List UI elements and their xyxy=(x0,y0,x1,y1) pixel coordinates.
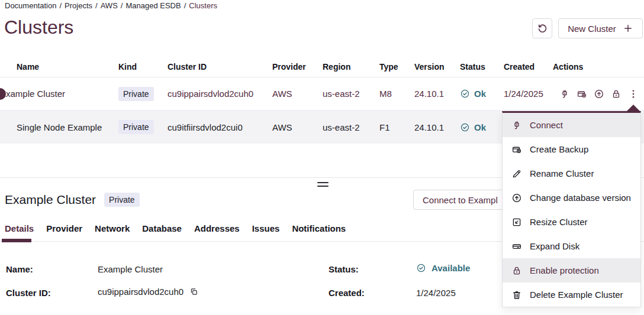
splitter-drag-handle[interactable] xyxy=(317,182,329,187)
status-badge: Ok xyxy=(474,89,486,99)
breadcrumb: Documentation/Projects/AWS/Managed ESDB/… xyxy=(5,1,217,11)
refresh-button[interactable] xyxy=(532,18,552,38)
cell-region: us-east-2 xyxy=(323,122,379,132)
arrow-up-circle-icon[interactable] xyxy=(594,89,604,99)
menu-item-label: Resize Cluster xyxy=(530,217,588,227)
check-circle-icon xyxy=(460,89,470,99)
menu-item-label: Create Backup xyxy=(530,144,588,154)
cell-kind: Private xyxy=(118,87,168,101)
status-text: Available xyxy=(432,263,470,273)
column-header-status: Status xyxy=(460,62,504,72)
cell-region: us-east-2 xyxy=(323,89,379,99)
create-backup-icon[interactable] xyxy=(577,89,587,99)
breadcrumb-separator: / xyxy=(121,1,123,10)
cell-version: 24.10.1 xyxy=(414,89,460,99)
cell-kind: Private xyxy=(118,120,168,134)
breadcrumb-aws[interactable]: AWS xyxy=(101,1,118,10)
resize-icon xyxy=(511,217,522,228)
cluster-id-text: cu9ippairsdvlod2cuh0 xyxy=(98,287,183,297)
disk-icon xyxy=(511,241,522,252)
menu-item-rename-cluster[interactable]: Rename Cluster xyxy=(503,161,640,186)
status-badge: Ok xyxy=(474,122,486,132)
cell-type: F1 xyxy=(379,122,414,132)
breadcrumb-separator: / xyxy=(95,1,98,10)
plug-icon xyxy=(511,120,522,131)
tab-network[interactable]: Network xyxy=(95,223,130,239)
connect-to-cluster-button-label: Connect to Exampl xyxy=(423,195,498,205)
cell-status: Ok xyxy=(460,122,504,132)
kind-badge: Private xyxy=(118,120,154,134)
cell-status: Ok xyxy=(460,89,504,99)
detail-name-value: Example Cluster xyxy=(98,264,163,274)
cell-version: 24.10.1 xyxy=(414,122,460,132)
menu-item-expand-disk[interactable]: Expand Disk xyxy=(503,234,640,258)
breadcrumb-clusters-current: Clusters xyxy=(189,1,217,10)
column-header-name: Name xyxy=(0,62,118,72)
tab-addresses[interactable]: Addresses xyxy=(194,223,240,239)
plus-icon xyxy=(623,23,633,34)
menu-item-resize-cluster[interactable]: Resize Cluster xyxy=(503,210,640,234)
menu-item-create-backup[interactable]: Create Backup xyxy=(503,137,640,161)
breadcrumb-separator: / xyxy=(184,1,186,10)
breadcrumb-projects[interactable]: Projects xyxy=(65,1,92,10)
detail-name-label: Name: xyxy=(6,264,33,274)
menu-item-connect[interactable]: Connect xyxy=(503,113,640,137)
cell-name: Example Cluster xyxy=(0,89,118,99)
page-title: Clusters xyxy=(4,17,73,38)
menu-item-label: Expand Disk xyxy=(530,241,579,251)
breadcrumb-managed-esdb[interactable]: Managed ESDB xyxy=(125,1,181,10)
cell-type: M8 xyxy=(379,89,414,99)
clusters-page: Documentation/Projects/AWS/Managed ESDB/… xyxy=(0,0,644,315)
cell-cluster-id: cu9ippairsdvlod2cuh0 xyxy=(168,89,272,99)
column-header-provider: Provider xyxy=(272,62,323,72)
breadcrumb-documentation[interactable]: Documentation xyxy=(5,1,56,10)
connect-plug-icon[interactable] xyxy=(559,89,570,99)
column-header-region: Region xyxy=(323,62,379,72)
tab-database[interactable]: Database xyxy=(142,223,182,239)
new-cluster-button-label: New Cluster xyxy=(568,24,616,34)
tab-issues[interactable]: Issues xyxy=(252,223,280,239)
detail-created-label: Created: xyxy=(329,288,365,298)
column-header-type: Type xyxy=(379,62,414,72)
backup-box-icon xyxy=(511,144,522,155)
menu-item-change-database-version[interactable]: Change database version xyxy=(503,186,640,210)
tab-details[interactable]: Details xyxy=(5,223,34,239)
check-circle-icon xyxy=(416,263,426,273)
menu-item-label: Delete Example Cluster xyxy=(530,290,623,300)
tab-provider[interactable]: Provider xyxy=(46,223,82,239)
cell-provider: AWS xyxy=(272,89,323,99)
detail-cluster-id-value: cu9ippairsdvlod2cuh0 xyxy=(98,287,198,297)
column-header-actions: Actions xyxy=(553,62,644,72)
column-header-created: Created xyxy=(504,62,553,72)
detail-status-value: Available xyxy=(416,263,470,273)
new-cluster-button[interactable]: New Cluster xyxy=(558,18,643,38)
context-menu-caret-up xyxy=(627,105,640,111)
detail-status-label: Status: xyxy=(329,264,359,274)
row-actions-context-menu: Connect Create Backup Rename Cluster xyxy=(502,111,641,307)
cell-created: 1/24/2025 xyxy=(504,89,553,99)
menu-item-delete-cluster[interactable]: Delete Example Cluster xyxy=(503,282,640,307)
check-circle-icon xyxy=(460,122,470,132)
active-tab-indicator xyxy=(2,239,31,242)
tab-notifications[interactable]: Notifications xyxy=(292,223,346,239)
detail-tabs: Details Provider Network Database Addres… xyxy=(5,223,346,239)
lock-icon xyxy=(511,265,522,276)
menu-item-enable-protection[interactable]: Enable protection xyxy=(503,258,640,282)
column-header-cluster-id: Cluster ID xyxy=(168,62,272,72)
detail-created-value: 1/24/2025 xyxy=(416,288,456,298)
menu-item-label: Change database version xyxy=(530,193,631,203)
arrow-up-circle-icon xyxy=(511,193,522,203)
table-row-example-cluster[interactable]: Example Cluster Private cu9ippairsdvlod2… xyxy=(0,77,644,111)
cell-cluster-id: cu9itfiirsdvlod2cui0 xyxy=(168,122,272,132)
kebab-menu-icon[interactable] xyxy=(628,89,639,99)
copy-icon[interactable] xyxy=(189,287,198,296)
column-header-kind: Kind xyxy=(118,62,168,72)
table-header-row: Name Kind Cluster ID Provider Region Typ… xyxy=(0,56,644,77)
cell-name: Single Node Example xyxy=(0,122,118,132)
refresh-ccw-icon xyxy=(537,23,548,34)
column-header-version: Version xyxy=(414,62,460,72)
menu-item-label: Rename Cluster xyxy=(530,168,594,178)
detail-private-badge: Private xyxy=(104,193,140,207)
pencil-icon xyxy=(511,168,522,179)
lock-icon[interactable] xyxy=(611,89,622,99)
